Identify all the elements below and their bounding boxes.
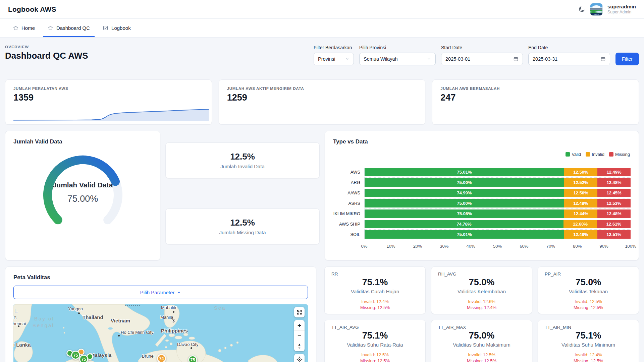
bar-segment-valid[interactable]: 75.01% [365, 230, 564, 239]
stat-card-problem-aws: JUMLAH AWS BERMASALAH 247 [432, 79, 639, 125]
sparkline-chart [13, 105, 209, 122]
map-label-sea: Bay of [34, 316, 55, 321]
legend-item-missing[interactable]: Missing [609, 152, 630, 157]
map-fullscreen-button[interactable] [294, 307, 305, 317]
parameter-validity-value: 75.1% [331, 330, 419, 341]
tab-logbook[interactable]: Logbook [98, 19, 136, 37]
parameter-validity-value: 75.1% [545, 330, 632, 341]
parameter-card-tt_air_max: TT_AIR_MAX 75.0% Validitas Suhu Maksimum… [431, 320, 532, 362]
bar-segment-invalid[interactable]: 12.48% [564, 230, 597, 239]
map-label-country: Philippines [161, 328, 188, 334]
middle-row: Jumlah Valid Data Jumlah Valid Data 75.0… [5, 131, 639, 260]
bar-segment-valid[interactable]: 74.99% [365, 189, 564, 197]
zoom-out-button[interactable]: − [294, 330, 305, 341]
page-header: OVERVIEW Dashboard QC AWS [5, 45, 88, 61]
city-dot [191, 347, 192, 349]
tab-label: Home [21, 25, 35, 31]
calendar-icon[interactable] [600, 56, 606, 62]
bar-segment-valid[interactable]: 75.01% [365, 168, 564, 176]
bar-segment-missing[interactable]: 12.48% [597, 209, 631, 218]
bar-segment-missing[interactable]: 12.45% [597, 189, 631, 197]
parameter-card-pp_air: PP_AIR 75.0% Validitas Tekanan Invalid: … [538, 266, 639, 314]
map-cluster-marker-green[interactable]: 75 [188, 355, 197, 362]
map-cluster-marker-orange[interactable]: 74 [157, 354, 166, 362]
bar-segment-invalid[interactable]: 12.56% [564, 189, 598, 197]
map-locate-button[interactable] [294, 354, 305, 362]
parameter-card-tt_air_avg: TT_AIR_AVG 75.1% Validitas Suhu Rata-Rat… [324, 320, 426, 362]
filter-submit-button[interactable]: Filter [615, 53, 639, 65]
bar-segment-invalid[interactable]: 12.52% [564, 178, 597, 187]
bar-segment-valid[interactable]: 74.78% [365, 220, 564, 228]
bar-segment-missing[interactable]: 12.48% [597, 178, 631, 187]
zoom-out-icon: − [298, 332, 301, 340]
bar-segment-invalid[interactable]: 12.50% [564, 168, 597, 176]
x-axis-tick: 40% [467, 244, 475, 249]
locate-icon [297, 356, 303, 362]
legend-label: Invalid [592, 152, 604, 157]
bar-segment-missing[interactable]: 12.53% [597, 199, 631, 207]
parameter-missing-text: Missing: 12.5% [545, 358, 632, 362]
chart-category-label: AAWS [333, 190, 364, 195]
province-select[interactable]: Semua Wilayah [359, 53, 436, 65]
maritime-boundary-dashes [125, 305, 140, 306]
chart-category-label: ARG [333, 180, 364, 185]
province-group: Pilih Provinsi Semua Wilayah [359, 45, 436, 65]
missing-data-value: 12.5% [230, 218, 255, 228]
parameter-validity-value: 75.0% [438, 277, 525, 288]
parameter-code: RH_AVG [438, 272, 525, 277]
parameter-validity-label: Validitas Tekanan [545, 289, 632, 294]
map-compass-button[interactable]: ▲▼ [294, 341, 305, 351]
parameter-missing-text: Missing: 12.5% [331, 358, 419, 362]
chart-row: AWS75.01%12.50%12.49% [333, 168, 631, 176]
map-label-city: hennai [13, 321, 26, 326]
card-title: Jumlah Valid Data [13, 138, 152, 145]
bar-segment-valid[interactable]: 75.08% [365, 209, 564, 218]
map-label-city: Davao City [177, 342, 199, 347]
filter-by-select[interactable]: Provinsi [314, 53, 354, 65]
map-label-sea: Sea [214, 305, 226, 311]
province-value: Semua Wilayah [364, 56, 424, 62]
stat-card-active-aws: JUMLAH AWS AKTIF MENGIRIM DATA 1259 [219, 79, 426, 125]
legend-item-valid[interactable]: Valid [566, 152, 581, 157]
page-eyebrow: OVERVIEW [5, 45, 88, 49]
map-label-country: Malaysia [91, 352, 112, 358]
chart-category-label: AWS SHIP [333, 222, 364, 227]
bar-segment-valid[interactable]: 75.00% [365, 199, 564, 207]
avatar[interactable]: BMKG [590, 3, 603, 16]
tab-dashboard-qc[interactable]: Dashboard QC [43, 19, 95, 37]
tab-home[interactable]: Home [8, 19, 40, 37]
dark-mode-toggle[interactable] [578, 6, 585, 13]
map-label-city: Manila [160, 315, 173, 320]
calendar-icon[interactable] [513, 56, 519, 62]
start-date-group: Start Date [441, 45, 523, 65]
bar-segment-invalid[interactable]: 12.48% [564, 199, 597, 207]
bar-segment-invalid[interactable]: 12.60% [564, 220, 597, 228]
bar-segment-valid[interactable]: 75.00% [365, 178, 564, 187]
parameter-card-tt_air_min: TT_AIR_MIN 75.1% Validitas Suhu Minimum … [538, 320, 639, 362]
end-date-field [528, 53, 610, 65]
stat-value: 247 [440, 93, 631, 103]
legend-swatch [609, 152, 613, 157]
page-header-row: OVERVIEW Dashboard QC AWS Filter Berdasa… [5, 45, 639, 65]
validity-map[interactable]: L..P.hennaiBay ofBengalYangonThailandVie… [13, 304, 308, 362]
bar-segment-missing[interactable]: 12.61% [597, 220, 631, 228]
bar-segment-invalid[interactable]: 12.44% [564, 209, 597, 218]
pilih-parameter-button[interactable]: Pilih Parameter [13, 286, 308, 299]
zoom-in-button[interactable]: + [294, 320, 305, 330]
map-label-city: Brunei [142, 354, 155, 359]
map-cluster-marker-green[interactable]: 75 [71, 351, 80, 360]
end-date-input[interactable] [533, 56, 598, 62]
legend-item-invalid[interactable]: Invalid [586, 152, 604, 157]
main-content: OVERVIEW Dashboard QC AWS Filter Berdasa… [0, 38, 644, 362]
user-info: superadmin Super Admin [607, 4, 636, 15]
chart-row: AAWS74.99%12.56%12.45% [333, 189, 631, 197]
bar-segment-missing[interactable]: 12.51% [597, 230, 631, 239]
gauge-value: 75.00% [67, 194, 98, 204]
parameter-missing-text: Missing: 12.5% [331, 305, 419, 310]
stacked-bar: 75.08%12.44%12.48% [364, 209, 631, 218]
parameter-invalid-text: Invalid: 12.5% [438, 352, 525, 357]
bar-segment-missing[interactable]: 12.49% [597, 168, 631, 176]
start-date-input[interactable] [445, 56, 511, 62]
map-cluster-marker-green[interactable]: 75 [79, 355, 88, 362]
type-vs-data-chart-card: Type vs Data ValidInvalidMissing AWS75.0… [325, 131, 639, 260]
